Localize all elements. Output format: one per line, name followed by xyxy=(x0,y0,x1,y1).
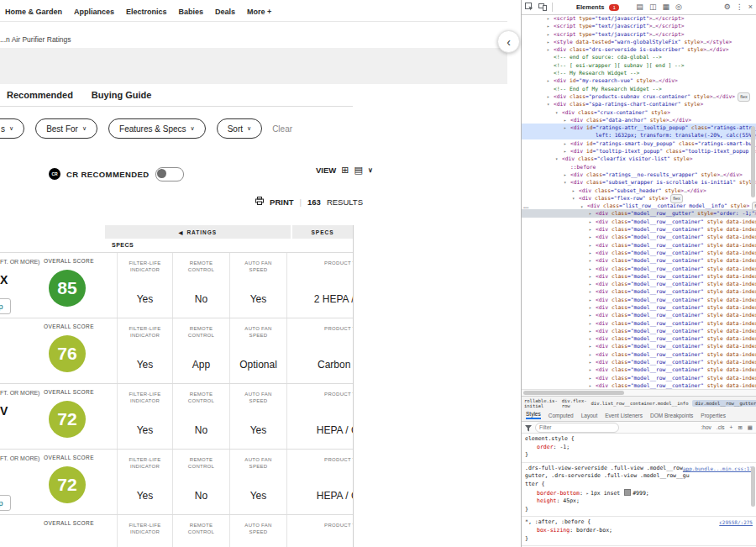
dom-tree-line[interactable]: ▸<div id="ratings-attr__tooltip_popup" c… xyxy=(522,124,756,131)
tree-toggle-icon[interactable]: ▾ xyxy=(572,195,579,202)
overall-score-badge[interactable]: 76 xyxy=(49,335,86,372)
dom-tree-line[interactable]: <!-- End of My Research Widget --> xyxy=(522,85,756,92)
dom-tree-line[interactable]: ▸<div class="ratings__no-results_wrapper… xyxy=(522,171,756,178)
dom-breadcrumb-item[interactable]: div.model__row__gutter xyxy=(692,400,756,407)
dom-tree-line[interactable]: ▾<div class="spa-ratings-chart-container… xyxy=(522,100,756,108)
styles-vertical-scrollbar[interactable] xyxy=(751,466,755,507)
css-selector[interactable]: element.style { xyxy=(525,435,753,444)
dom-tree-line[interactable]: ▸<div class="model__row__container" styl… xyxy=(522,358,756,366)
page-tab[interactable]: Buying Guide xyxy=(92,90,152,100)
styles-tab[interactable]: Properties xyxy=(701,413,726,418)
filter-pill[interactable]: s∨ xyxy=(0,118,24,139)
dom-breadcrumb-item[interactable]: rollable.is-initial xyxy=(524,398,558,408)
model-name-fragment[interactable]: V xyxy=(0,404,8,418)
dom-tree-line[interactable]: ▸<div class="model__row__container" styl… xyxy=(522,265,756,272)
devtools-panel-icon[interactable]: ▦ xyxy=(662,3,669,11)
shop-button[interactable]: op xyxy=(0,495,11,511)
flex-badge[interactable]: flex xyxy=(738,92,750,102)
scrollbar-thumb[interactable] xyxy=(523,391,624,395)
dom-tree-line[interactable]: ▾<div class="clearfix visitor-list" styl… xyxy=(522,155,756,162)
dom-tree-line[interactable]: ▸<div id="ratings-smart-buy_popup" class… xyxy=(522,139,756,147)
settings-icon[interactable]: ⚙ xyxy=(724,3,731,11)
dom-tree-line[interactable]: ▸<div class="model__row__container" styl… xyxy=(522,256,756,264)
dom-tree-line[interactable]: ▸<div class="model__row__container" styl… xyxy=(522,327,756,334)
print-button[interactable]: PRINT xyxy=(270,197,294,207)
dom-tree-line[interactable]: ▸<div class="model__row__container" styl… xyxy=(522,342,756,350)
page-tab[interactable]: Recommended xyxy=(7,90,73,100)
css-property[interactable]: order: -1; xyxy=(525,444,753,452)
filter-toggle[interactable]: :hov xyxy=(701,424,711,430)
dom-tree-line[interactable]: ▾<div class="crux-container" style> xyxy=(522,108,756,116)
layout-icon[interactable]: ▦ xyxy=(748,424,753,431)
tree-toggle-icon[interactable]: ▾ xyxy=(547,101,554,108)
collapse-chevron-button[interactable]: ‹ xyxy=(497,30,520,53)
shop-button[interactable]: op xyxy=(0,298,11,314)
overall-score-badge[interactable]: 72 xyxy=(49,401,86,438)
dom-tree-line[interactable]: ▸<div id="my-research-vue" style>…</div> xyxy=(522,76,756,84)
dom-tree-line[interactable]: ▸<div class="model__row__container" styl… xyxy=(522,334,756,342)
dom-breadcrumb-item[interactable]: div.list_row__container.model__info xyxy=(591,401,689,406)
dom-tree-line[interactable]: ▸<div class="model__row__container" styl… xyxy=(522,272,756,280)
overall-score-badge[interactable]: 85 xyxy=(49,270,86,307)
dom-tree-line[interactable]: ▸<div id="tooltip-itext_popup" class="to… xyxy=(522,147,756,155)
dom-tree-line[interactable]: ▸<div class="subset_header" style>…</div… xyxy=(522,187,756,194)
styles-tab[interactable]: Event Listeners xyxy=(605,413,643,418)
css-property[interactable]: border-bottom: ▸1px inset #999; xyxy=(525,489,753,498)
overall-score-badge[interactable]: 72 xyxy=(49,466,86,503)
styles-tab[interactable]: Computed xyxy=(549,413,574,418)
nav-item[interactable]: Home & Garden xyxy=(5,8,62,21)
cr-recommended-toggle[interactable] xyxy=(155,167,184,181)
dom-tree-line[interactable]: ▸<div class="model__row__container" styl… xyxy=(522,374,756,381)
filter-toggle[interactable]: .cls xyxy=(717,424,725,430)
css-property[interactable]: height: 45px; xyxy=(525,497,753,506)
styles-tab[interactable]: Styles xyxy=(526,411,541,419)
dom-tree-line[interactable]: ▸<div class="model__row__container" styl… xyxy=(522,287,756,295)
tree-toggle-icon[interactable]: ▸ xyxy=(589,382,596,389)
dom-tree-line[interactable]: ▸<style data-tested="warn-globalStyleFix… xyxy=(522,38,756,45)
nav-item[interactable]: Deals xyxy=(215,8,235,21)
model-name-fragment[interactable]: X xyxy=(0,273,8,287)
devtools-panel-icon[interactable]: ▤ xyxy=(636,3,643,11)
nav-item[interactable]: Electronics xyxy=(126,8,167,21)
tree-toggle-icon[interactable]: ▸ xyxy=(564,124,570,132)
dom-tree-line[interactable]: ▸<div class="model__row__container" styl… xyxy=(522,303,756,311)
dom-tree-line[interactable]: ▾<div class="list_row__container model__… xyxy=(522,202,756,209)
devtools-panel-icon[interactable]: ◎ xyxy=(675,3,682,11)
dom-tree-line[interactable]: ▸<div class="model__row__container" styl… xyxy=(522,350,756,358)
expand-arrow-icon[interactable]: ▸ xyxy=(586,491,589,496)
list-view-icon[interactable]: ▤ xyxy=(354,166,363,175)
grid-icon[interactable]: ⊞ xyxy=(738,424,742,431)
styles-tab[interactable]: DOM Breakpoints xyxy=(650,413,693,418)
dom-tree-line[interactable]: ▸<div class="model__row__container" styl… xyxy=(522,280,756,287)
dom-tree-line[interactable]: ::before xyxy=(522,163,756,171)
scroll-left-icon[interactable]: ◀ xyxy=(179,229,184,235)
dom-tree-line[interactable]: ▸<script type="text/javascript">…</scrip… xyxy=(522,30,756,38)
tree-toggle-icon[interactable]: ▾ xyxy=(580,203,587,211)
dom-tree-line[interactable]: ▸<div class="data-anchor" style>…</div> xyxy=(522,116,756,124)
dom-tree-line[interactable]: ▸<div class="model__row__container" styl… xyxy=(522,218,756,225)
dom-tree-line[interactable]: ▸<div class="model__row__container" styl… xyxy=(522,241,756,249)
filter-toggle[interactable]: + xyxy=(730,424,733,430)
dom-breadcrumb-item[interactable]: div.flex-row xyxy=(562,398,587,408)
stylesheet-link[interactable]: c29558/:275 xyxy=(719,518,753,527)
dom-tree-line[interactable]: <!-- [ esi-wrapper ][ subnav ][ end ] --… xyxy=(522,61,756,69)
device-toolbar-icon[interactable] xyxy=(538,3,547,13)
dom-tree-line[interactable]: ▸<div class="model__row__container" styl… xyxy=(522,319,756,327)
devtools-panel-icon[interactable]: ◫ xyxy=(649,3,657,11)
dom-tree-line[interactable]: left: 1632px; transform: translate(-20%,… xyxy=(522,131,756,139)
tab-specs[interactable]: SPECS xyxy=(291,225,353,239)
dom-tree-line[interactable]: ▸<div class="model__row__container" styl… xyxy=(522,233,756,240)
filter-pill[interactable]: Best For∨ xyxy=(35,118,97,139)
element-options-icon[interactable]: ••• xyxy=(523,205,528,210)
tree-toggle-icon[interactable]: ▾ xyxy=(564,179,570,187)
dom-tree-line[interactable]: ▸<div class="model__row__container" styl… xyxy=(522,296,756,303)
styles-filter-input[interactable] xyxy=(535,423,619,433)
nav-item[interactable]: Appliances xyxy=(74,8,114,21)
dom-tree-line[interactable]: ▾<div class="subset_wrapper is-scrollabl… xyxy=(522,178,756,186)
dom-tree-line[interactable]: ▸<div class="model__row__container" styl… xyxy=(522,225,756,233)
stylesheet-link[interactable]: app.bundle...min.css:17 xyxy=(683,465,753,473)
more-options-icon[interactable]: ⋮ xyxy=(736,3,743,11)
inspect-icon[interactable] xyxy=(525,3,533,13)
dom-tree-line[interactable]: ▸<script type="text/javascript">…</scrip… xyxy=(522,14,756,22)
error-count-badge[interactable]: 1 xyxy=(609,4,619,11)
